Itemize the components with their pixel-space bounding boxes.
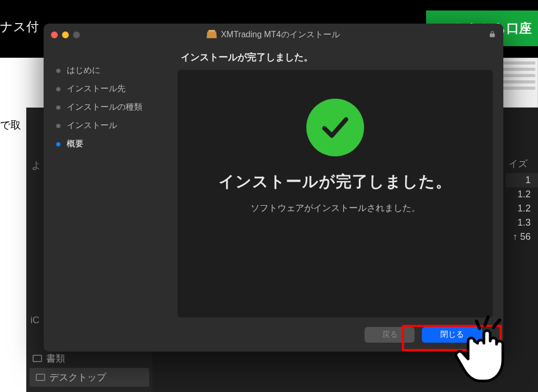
window-close-button[interactable] xyxy=(51,31,58,38)
finder-value-row: 1 xyxy=(505,173,538,187)
sidebar-step-intro: はじめに xyxy=(56,61,172,80)
background-partial-text-mid: で取 xyxy=(0,118,21,132)
sidebar-step-type: インストールの種類 xyxy=(56,98,172,116)
sidebar-step-destination: インストール先 xyxy=(56,80,172,98)
step-dot-icon xyxy=(56,69,60,73)
back-button[interactable]: 戻る xyxy=(365,327,415,343)
step-dot-icon xyxy=(56,105,60,110)
finder-sidebar-item-desktop[interactable]: デスクトップ xyxy=(29,368,149,387)
sidebar-step-label: インストール xyxy=(67,120,117,131)
close-button[interactable]: 閉じる xyxy=(422,327,482,343)
desktop-icon xyxy=(36,374,45,381)
finder-sidebar-item-label: デスクトップ xyxy=(49,371,106,384)
window-title-text: XMTrading MT4のインストール xyxy=(221,29,339,40)
background-partial-text-left: ナス付 xyxy=(0,18,39,35)
finder-column-header-size: イズ xyxy=(509,157,527,170)
sidebar-step-summary: 概要 xyxy=(56,135,172,153)
background-document-thumbnail xyxy=(499,58,538,108)
step-dot-icon xyxy=(56,124,60,128)
finder-size-values: 1 1.2 1.2 1.3 ↑ 56 xyxy=(505,173,538,244)
traffic-lights xyxy=(51,31,80,38)
sidebar-step-label: 概要 xyxy=(67,139,84,150)
sidebar-step-label: インストール先 xyxy=(67,83,126,94)
finder-sidebar-item-documents[interactable]: 書類 xyxy=(26,349,152,368)
finder-value-row: 1.2 xyxy=(505,202,538,216)
step-dot-icon xyxy=(56,142,60,146)
package-icon xyxy=(207,31,217,38)
result-title: インストールが完了しました。 xyxy=(219,171,452,193)
finder-value-row: 1.2 xyxy=(505,187,538,202)
window-title: XMTrading MT4のインストール xyxy=(44,29,503,40)
step-dot-icon xyxy=(56,87,60,91)
result-subtitle: ソフトウェアがインストールされました。 xyxy=(251,202,420,214)
finder-sidebar-partial-ic: iC xyxy=(30,315,39,326)
success-check-icon xyxy=(306,99,364,156)
sidebar-step-label: はじめに xyxy=(67,65,100,76)
sidebar-step-label: インストールの種類 xyxy=(67,102,142,113)
folder-icon xyxy=(33,355,42,362)
window-maximize-button[interactable] xyxy=(73,31,80,38)
finder-value-row: 1.3 xyxy=(505,216,538,230)
main-heading: インストールが完了しました。 xyxy=(178,46,493,70)
lock-icon xyxy=(489,30,496,38)
button-row: 戻る 閉じる xyxy=(178,317,493,352)
finder-sidebar-partial-label: よ xyxy=(32,159,41,172)
titlebar: XMTrading MT4のインストール xyxy=(44,24,503,46)
window-minimize-button[interactable] xyxy=(62,31,69,38)
installer-dialog: XMTrading MT4のインストール はじめに インストール先 インストール… xyxy=(44,24,503,352)
finder-value-row: ↑ 56 xyxy=(505,230,538,244)
content-panel: インストールが完了しました。 ソフトウェアがインストールされました。 xyxy=(178,70,493,317)
installer-main: インストールが完了しました。 インストールが完了しました。 ソフトウェアがインス… xyxy=(178,46,503,352)
installer-sidebar: はじめに インストール先 インストールの種類 インストール 概要 xyxy=(44,46,178,352)
finder-sidebar-item-label: 書類 xyxy=(46,352,65,365)
sidebar-step-install: インストール xyxy=(56,116,172,135)
